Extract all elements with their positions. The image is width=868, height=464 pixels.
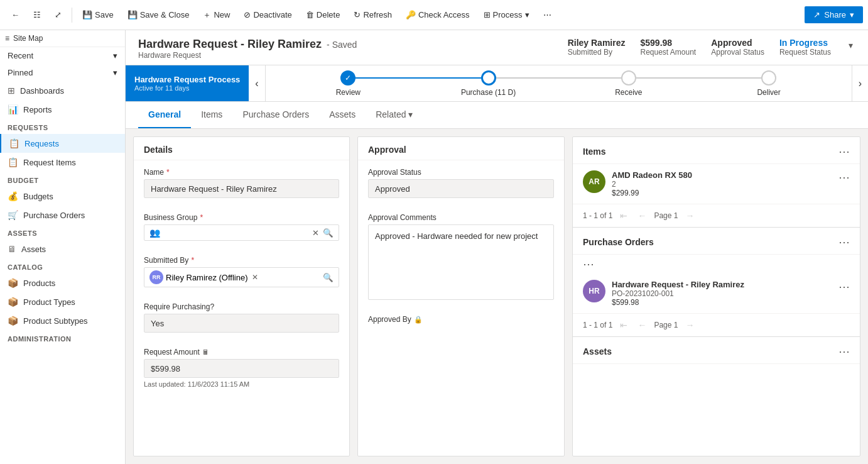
assets-more-button[interactable]: ⋯ (838, 345, 850, 358)
more-button[interactable]: ⋯ (537, 6, 558, 23)
last-updated-note: Last updated: 11/6/2023 11:15 AM (144, 380, 339, 388)
item-row-hr: HR Hardware Request - Riley Ramirez PO-2… (573, 273, 860, 314)
item-more-button-amd[interactable]: ⋯ (838, 170, 850, 184)
item-more-button-hr[interactable]: ⋯ (838, 280, 850, 294)
po-row-more-button[interactable]: ⋯ (583, 257, 594, 271)
submitted-by-lookup[interactable]: RR Riley Ramirez (Offline) ✕ 🔍 (144, 267, 339, 287)
step-circle-receive (621, 70, 636, 86)
submitted-by-value: Riley Ramirez (568, 38, 626, 48)
tab-related[interactable]: Related ▾ (366, 102, 423, 128)
pages-button[interactable]: ☷ (27, 6, 47, 23)
saved-indicator: - Saved (327, 40, 357, 50)
refresh-button[interactable]: ↻ Refresh (347, 6, 398, 23)
sitemap-button[interactable]: ≡ Site Map (0, 30, 125, 47)
details-panel: Details Name * Hardware Request - Riley … (133, 136, 350, 456)
sidebar-item-request-items[interactable]: 📋 Request Items (0, 153, 125, 172)
record-header: Hardware Request - Riley Ramirez - Saved… (126, 30, 868, 65)
sidebar-item-budgets[interactable]: 💰 Budgets (0, 187, 125, 206)
back-button[interactable]: ← (5, 6, 26, 23)
po-first-page-button[interactable]: ⇤ (617, 319, 630, 331)
business-group-required: * (200, 213, 203, 222)
submitted-by-label: Submitted By (568, 48, 626, 57)
sidebar-item-assets[interactable]: 🖥 Assets (0, 240, 125, 258)
request-amount-label-field: Request Amount 🖩 (144, 348, 339, 356)
sidebar-item-purchase-orders[interactable]: 🛒 Purchase Orders (0, 206, 125, 224)
process-prev-button[interactable]: ‹ (249, 65, 265, 101)
approval-comments-value: Approved - Hardware needed for new proje… (368, 224, 554, 300)
sidebar: ≡ Site Map Recent ▾ Pinned ▾ ⊞ Dashboard… (0, 30, 126, 464)
share-chevron-icon: ▾ (850, 10, 854, 19)
recent-section[interactable]: Recent ▾ (0, 47, 125, 64)
sidebar-item-reports[interactable]: 📊 Reports (0, 100, 125, 119)
process-step-review[interactable]: ✓ Review (278, 70, 418, 97)
tab-general[interactable]: General (138, 102, 191, 128)
business-group-clear-button[interactable]: ✕ (312, 228, 319, 238)
right-panel: Items ⋯ AR AMD Radeon RX 580 2 $299.99 ⋯… (572, 136, 860, 456)
sidebar-item-dashboards[interactable]: ⊞ Dashboards (0, 81, 125, 100)
record-title-area: Hardware Request - Riley Ramirez - Saved… (138, 38, 357, 60)
sidebar-item-requests[interactable]: 📋 Requests (0, 134, 125, 153)
submitted-by-name: Riley Ramirez (Offline) (166, 273, 248, 282)
items-prev-page-button[interactable]: ← (635, 209, 649, 222)
items-pagination: 1 - 1 of 1 ⇤ ← Page 1 → (573, 204, 860, 227)
deactivate-button[interactable]: ⊘ Deactivate (237, 6, 298, 23)
process-step-purchase[interactable]: Purchase (11 D) (418, 70, 558, 97)
business-group-search-button[interactable]: 🔍 (323, 228, 334, 238)
purchase-orders-section-header: Purchase Orders ⋯ (573, 228, 860, 255)
require-purchasing-value: Yes (144, 314, 339, 333)
products-icon: 📦 (8, 278, 18, 288)
submitted-by-chip: RR Riley Ramirez (Offline) (149, 270, 248, 284)
item-name-hr: Hardware Request - Riley Ramirez (612, 280, 832, 289)
check-access-button[interactable]: 🔑 Check Access (399, 6, 476, 23)
tab-assets[interactable]: Assets (319, 102, 366, 128)
items-first-page-button[interactable]: ⇤ (617, 209, 630, 222)
require-purchasing-label: Require Purchasing? (144, 302, 339, 311)
deactivate-icon: ⊘ (244, 10, 251, 19)
process-next-button[interactable]: › (852, 65, 868, 101)
pinned-section[interactable]: Pinned ▾ (0, 64, 125, 81)
submitted-by-clear-button[interactable]: ✕ (252, 273, 258, 282)
items-section-title: Items (583, 146, 606, 157)
step-label-receive: Receive (615, 88, 642, 97)
po-pagination: 1 - 1 of 1 ⇤ ← Page 1 → (573, 314, 860, 336)
refresh-icon: ↻ (354, 10, 361, 19)
approved-by-label: Approved By 🔒 (368, 315, 554, 324)
submitted-by-field-group: Submitted By * RR Riley Ramirez (Offline… (134, 248, 349, 295)
process-button[interactable]: ⊞ Process ▾ (477, 6, 536, 23)
tab-items[interactable]: Items (191, 102, 232, 128)
tab-purchase-orders[interactable]: Purchase Orders (232, 102, 319, 128)
po-next-page-button[interactable]: → (683, 319, 697, 331)
item-row-amd: AR AMD Radeon RX 580 2 $299.99 ⋯ (573, 164, 860, 204)
new-button[interactable]: ＋ New (197, 6, 236, 25)
purchase-orders-more-button[interactable]: ⋯ (838, 235, 850, 249)
items-section-header: Items ⋯ (573, 137, 860, 164)
sitemap-icon: ≡ (5, 34, 9, 43)
items-next-page-button[interactable]: → (683, 209, 697, 222)
items-more-button[interactable]: ⋯ (838, 145, 850, 158)
main-layout: ≡ Site Map Recent ▾ Pinned ▾ ⊞ Dashboard… (0, 30, 868, 464)
details-title: Details (134, 137, 349, 160)
submitted-by-search-button[interactable]: 🔍 (323, 273, 334, 282)
process-step-deliver[interactable]: Deliver (698, 70, 838, 97)
product-types-icon: 📦 (8, 297, 18, 307)
save-close-button[interactable]: 💾 Save & Close (121, 6, 196, 23)
more-icon: ⋯ (543, 10, 551, 19)
sidebar-item-product-subtypes[interactable]: 📦 Product Subtypes (0, 311, 125, 330)
delete-button[interactable]: 🗑 Delete (300, 6, 347, 23)
process-step-receive[interactable]: Receive (558, 70, 698, 97)
submitted-by-label-field: Submitted By * (144, 256, 339, 265)
step-label-purchase: Purchase (11 D) (461, 88, 516, 97)
dashboards-icon: ⊞ (8, 86, 15, 96)
step-circle-review: ✓ (340, 70, 355, 86)
catalog-group-title: Catalog (0, 258, 125, 273)
save-button[interactable]: 💾 Save (76, 6, 120, 23)
record-title: Hardware Request - Riley Ramirez (138, 38, 322, 51)
sidebar-item-products[interactable]: 📦 Products (0, 273, 125, 292)
po-prev-page-button[interactable]: ← (635, 319, 649, 331)
business-group-lookup[interactable]: 👥 ✕ 🔍 (144, 224, 339, 241)
sidebar-item-product-types[interactable]: 📦 Product Types (0, 292, 125, 311)
meta-expand-button[interactable]: ▾ (846, 38, 855, 53)
expand-button[interactable]: ⤢ (48, 6, 68, 23)
approval-status-value: Approved (711, 38, 764, 48)
share-button[interactable]: ↗ Share ▾ (805, 6, 863, 23)
